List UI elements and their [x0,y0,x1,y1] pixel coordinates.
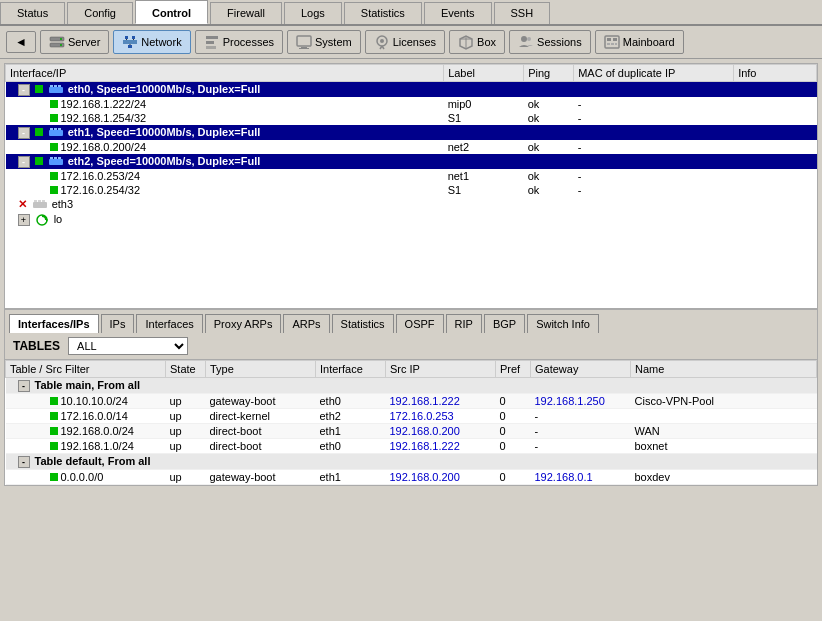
iface-name: lo [54,213,63,225]
tab-statistics[interactable]: Statistics [344,2,422,24]
table-row[interactable]: ✕ eth3 [6,197,817,212]
system-button[interactable]: System [287,30,361,54]
interface-icon [49,156,63,168]
tab-firewall[interactable]: Firewall [210,2,282,24]
route-src-ip: 192.168.0.200 [386,424,496,439]
table-row[interactable]: 192.168.1.254/32 S1 ok - [6,111,817,125]
table-row[interactable]: 192.168.1.0/24 up direct-boot eth0 192.1… [6,439,817,454]
table-row[interactable]: 192.168.1.222/24 mip0 ok - [6,97,817,111]
tab-ospf[interactable]: OSPF [396,314,444,333]
table-row[interactable]: - eth1, Speed=10000Mb/s, Duplex=Full [6,125,817,140]
route-status [50,412,58,420]
ip-status [50,143,58,151]
mainboard-label: Mainboard [623,36,675,48]
tab-bgp[interactable]: BGP [484,314,525,333]
table-row[interactable]: - eth2, Speed=10000Mb/s, Duplex=Full [6,154,817,169]
interface-icon [49,84,63,96]
svg-rect-29 [611,43,614,45]
tab-rip[interactable]: RIP [446,314,482,333]
svg-rect-37 [54,128,57,130]
table-row[interactable]: 172.16.0.254/32 S1 ok - [6,183,817,197]
route-name: boxnet [631,439,817,454]
licenses-button[interactable]: Licenses [365,30,445,54]
tab-control[interactable]: Control [135,0,208,24]
box-button[interactable]: Box [449,30,505,54]
tab-proxy-arps[interactable]: Proxy ARPs [205,314,282,333]
collapse-route-group[interactable]: - [18,456,30,468]
table-row[interactable]: 10.10.10.0/24 up gateway-boot eth0 192.1… [6,394,817,409]
svg-point-23 [521,36,527,42]
col-label: Label [444,65,524,82]
table-row[interactable]: - eth0, Speed=10000Mb/s, Duplex=Full [6,82,817,98]
table-row[interactable]: 172.16.0.253/24 net1 ok - [6,169,817,183]
route-group-header: - Table default, From all [6,454,817,470]
svg-rect-31 [49,87,63,93]
svg-rect-12 [206,41,214,44]
table-row[interactable]: 192.168.0.0/24 up direct-boot eth1 192.1… [6,424,817,439]
tab-switch-info[interactable]: Switch Info [527,314,599,333]
tables-label: TABLES [13,339,60,353]
tables-select[interactable]: ALL [68,337,188,355]
collapse-icon[interactable]: - [18,127,30,139]
mainboard-icon [604,34,620,50]
mainboard-button[interactable]: Mainboard [595,30,684,54]
tab-config[interactable]: Config [67,2,133,24]
server-label: Server [68,36,100,48]
table-row[interactable]: 172.16.0.0/14 up direct-kernel eth2 172.… [6,409,817,424]
back-button[interactable]: ◄ [6,31,36,53]
network-button[interactable]: Network [113,30,190,54]
collapse-route-group[interactable]: - [18,380,30,392]
svg-point-2 [60,38,62,40]
tab-events[interactable]: Events [424,2,492,24]
interface-icon [33,199,47,211]
table-row[interactable]: + lo [6,212,817,228]
col-name: Name [631,361,817,378]
bottom-tab-bar: Interfaces/IPs IPs Interfaces Proxy ARPs… [5,309,817,333]
route-status [50,442,58,450]
route-interface: eth0 [316,394,386,409]
tables-filter-bar: TABLES ALL [5,333,817,360]
box-label: Box [477,36,496,48]
processes-button[interactable]: Processes [195,30,283,54]
route-state: up [166,394,206,409]
table-row[interactable]: 0.0.0.0/0 up gateway-boot eth1 192.168.0… [6,470,817,485]
collapse-icon[interactable]: - [18,156,30,168]
status-indicator [35,85,43,93]
main-content: Interface/IP Label Ping MAC of duplicate… [4,63,818,486]
route-state: up [166,439,206,454]
expand-icon[interactable]: + [18,214,30,226]
route-src-ip: 192.168.1.222 [386,394,496,409]
collapse-icon[interactable]: - [18,84,30,96]
system-icon [296,34,312,50]
table-row[interactable]: 192.168.0.200/24 net2 ok - [6,140,817,154]
tab-interfaces[interactable]: Interfaces [136,314,202,333]
svg-rect-43 [33,202,47,208]
licenses-label: Licenses [393,36,436,48]
ip-ping: ok [524,97,574,111]
tab-interfaces-ips[interactable]: Interfaces/IPs [9,314,99,333]
route-type: gateway-boot [206,394,316,409]
tab-arps[interactable]: ARPs [283,314,329,333]
ip-status [50,172,58,180]
sessions-button[interactable]: Sessions [509,30,591,54]
interface-icon [49,127,63,139]
svg-rect-4 [123,40,137,44]
server-button[interactable]: Server [40,30,109,54]
route-state: up [166,409,206,424]
ip-label: net2 [444,140,524,154]
ip-ping: ok [524,169,574,183]
svg-rect-38 [58,128,61,130]
route-state: up [166,470,206,485]
svg-rect-42 [58,157,61,159]
toolbar: ◄ Server Network Processes [0,26,822,59]
tab-ssh[interactable]: SSH [494,2,551,24]
tab-ips[interactable]: IPs [101,314,135,333]
processes-label: Processes [223,36,274,48]
svg-rect-11 [206,36,218,39]
svg-rect-30 [615,43,617,45]
sessions-icon [518,34,534,50]
tab-statistics[interactable]: Statistics [332,314,394,333]
tab-status[interactable]: Status [0,2,65,24]
tab-logs[interactable]: Logs [284,2,342,24]
col-src-ip: Src IP [386,361,496,378]
